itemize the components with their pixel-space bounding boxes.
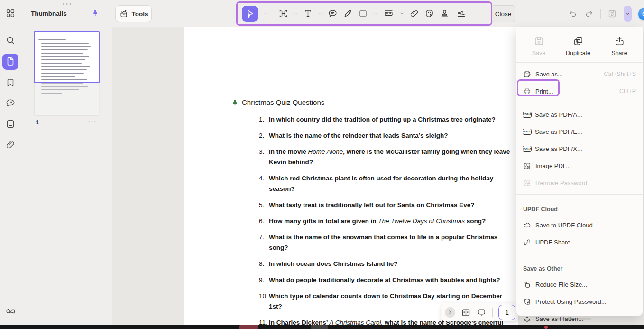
question-item-2: 2.What is the name of the reindeer that … — [259, 131, 515, 141]
notes-icon[interactable] — [5, 119, 16, 129]
duplicate-action[interactable]: Duplicate — [557, 33, 599, 59]
remove-password-icon — [523, 179, 531, 187]
floppy-icon — [534, 36, 544, 47]
menu-item-save-to-updf-cloud[interactable]: Save to UPDF Cloud — [516, 216, 643, 234]
close-button[interactable]: Close — [491, 5, 515, 22]
taskbar-app-gray — [311, 325, 328, 329]
reduce-size-icon — [523, 281, 531, 289]
thumbnail-viewport-indicator[interactable] — [34, 31, 100, 83]
menu-item-updf-share[interactable]: UPDF Share — [516, 234, 643, 251]
pen-tool[interactable] — [343, 9, 353, 19]
menu-item-print[interactable]: Print...Ctrl+P — [516, 83, 643, 100]
menu-top-actions: SaveDuplicateShare — [516, 32, 643, 59]
comment-mode-icon[interactable] — [477, 308, 487, 318]
menu-item-save-as-pdf-e[interactable]: PDF/ESave as PDF/E... — [516, 123, 643, 140]
question-number: 6. — [259, 216, 269, 226]
question-text: Which red Christmas plant is often used … — [269, 173, 515, 194]
menu-item-label: Save as PDF/A... — [535, 111, 636, 118]
menu-item-save-as-pdf-x[interactable]: PDF/XSave as PDF/X... — [516, 140, 643, 157]
attachment-tool[interactable] — [409, 9, 419, 19]
taskbar-red-dot — [544, 326, 548, 329]
share-action-label: Share — [611, 50, 627, 56]
stamp-tool[interactable] — [440, 9, 450, 19]
save-as-pdf-e-icon: PDF/E — [523, 129, 532, 135]
comments-icon[interactable] — [5, 98, 16, 108]
question-item-9: 9.What do people traditionally decorate … — [259, 275, 515, 285]
menu-item-label: Save to UPDF Cloud — [535, 222, 636, 229]
question-item-6: 6.How many gifts in total are given in T… — [259, 216, 515, 226]
redo-icon[interactable] — [584, 9, 594, 19]
question-text: What is the name of the snowman that com… — [269, 232, 515, 253]
duplicate-action-label: Duplicate — [566, 50, 590, 56]
menu-item-shortcut: Ctrl+P — [619, 88, 636, 94]
page-number-input[interactable]: 1 — [498, 305, 515, 320]
select-tool[interactable] — [242, 6, 258, 22]
flatten-icon — [523, 315, 531, 323]
thumbnails-page-icon[interactable] — [2, 54, 18, 70]
bookmark-icon[interactable] — [5, 77, 16, 88]
menu-item-image-pdf[interactable]: Image PDF... — [516, 157, 643, 174]
question-item-3: 3.In the movie Home Alone, where is the … — [259, 147, 515, 168]
select-tool-chevron-icon[interactable] — [263, 11, 267, 16]
question-number: 7. — [259, 232, 269, 253]
taskbar-app-red — [239, 325, 258, 329]
menu-item-label: Remove Password — [535, 179, 636, 187]
app-grid-icon[interactable] — [5, 8, 16, 19]
nav-separator — [492, 308, 493, 317]
reading-view-icon[interactable] — [461, 308, 471, 318]
signature-tool[interactable] — [455, 9, 468, 19]
updf-ai-button[interactable] — [638, 8, 644, 20]
attachments-icon[interactable] — [5, 140, 16, 150]
shape-tool[interactable] — [358, 9, 368, 19]
share-action[interactable]: Share — [599, 33, 640, 59]
menu-item-save-as[interactable]: Save as...Ctrl+Shift+S — [516, 66, 643, 83]
menu-item-shortcut: Ctrl+Shift+S — [604, 71, 636, 77]
text-tool-chevron-icon[interactable] — [318, 11, 322, 16]
menu-item-label: Protect Using Password... — [535, 298, 636, 305]
question-number: 3. — [259, 147, 269, 168]
expand-chevron-icon[interactable] — [445, 307, 455, 318]
undo-icon[interactable] — [568, 9, 578, 19]
menu-section-header: UPDF Cloud — [516, 197, 643, 216]
menu-divider — [516, 62, 643, 63]
sticker-tool[interactable] — [424, 9, 434, 19]
menu-item-protect-using-password[interactable]: Protect Using Password... — [516, 293, 643, 310]
palette-icon[interactable] — [5, 307, 16, 317]
tools-button[interactable]: Tools — [115, 5, 152, 22]
measure-tool[interactable] — [383, 9, 395, 19]
save-action: Save — [520, 33, 557, 59]
menu-item-label: Print... — [535, 88, 615, 95]
menu-item-label: Save as Flatten... — [535, 315, 636, 322]
menu-item-save-as-pdf-a[interactable]: PDF/ASave as PDF/A... — [516, 106, 643, 123]
thumbnail-more-button[interactable]: ... — [88, 116, 97, 124]
question-text: What is the name of the reindeer that le… — [269, 131, 515, 141]
page-nav-panel: 1 — [441, 303, 518, 321]
thumbnails-panel-title: Thumbnails — [31, 10, 67, 17]
pin-icon[interactable] — [91, 9, 100, 18]
question-text: How many gifts in total are given in The… — [269, 216, 515, 226]
duplicate-icon — [573, 36, 584, 47]
note-tool[interactable] — [328, 9, 338, 19]
menu-item-label: Image PDF... — [535, 162, 636, 169]
save-menu-chevron[interactable] — [624, 6, 632, 22]
menu-item-reduce-file-size[interactable]: Reduce File Size... — [516, 276, 643, 293]
save-icon[interactable] — [607, 9, 617, 19]
printer-icon — [523, 87, 531, 95]
text-tool[interactable] — [303, 9, 313, 19]
shape-tool-chevron-icon[interactable] — [373, 11, 377, 16]
image-pdf-icon — [523, 162, 531, 170]
measure-tool-chevron-icon[interactable] — [400, 11, 404, 16]
save-as-icon — [523, 70, 531, 78]
toolbox-icon — [119, 9, 129, 19]
question-number: 2. — [259, 131, 269, 141]
annotation-highlight-toolbar — [236, 1, 492, 26]
menu-divider — [516, 254, 643, 254]
highlight-tool-chevron-icon[interactable] — [294, 11, 298, 16]
chevron-down-icon — [626, 11, 630, 16]
search-icon[interactable] — [5, 35, 16, 46]
panel-drag-handle[interactable] — [63, 3, 71, 5]
question-text: In the movie Home Alone, where is the Mc… — [269, 147, 515, 168]
page-thumbnail[interactable] — [35, 32, 99, 115]
thumbnails-panel: Thumbnails 1 ... — [21, 0, 112, 324]
highlight-tool[interactable] — [278, 9, 288, 19]
